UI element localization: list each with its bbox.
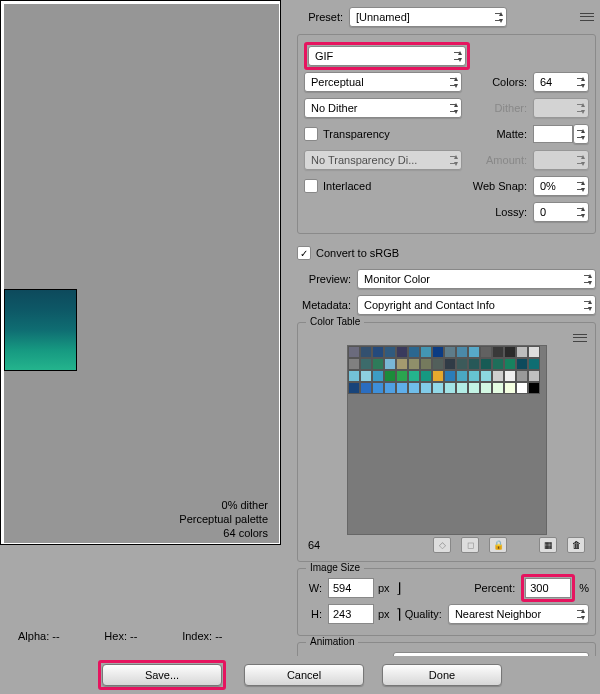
transparency-checkbox[interactable]: Transparency [304,127,390,141]
color-swatch[interactable] [468,370,480,382]
color-swatch[interactable] [444,370,456,382]
color-swatch[interactable] [432,382,444,394]
cancel-button[interactable]: Cancel [244,664,364,686]
ct-new-icon[interactable]: ▦ [539,537,557,553]
color-swatch[interactable] [528,358,540,370]
interlaced-checkbox[interactable]: Interlaced [304,179,371,193]
metadata-select[interactable]: Copyright and Contact Info▴▾ [357,295,596,315]
websnap-select[interactable]: 0%▴▾ [533,176,589,196]
color-swatch[interactable] [348,346,360,358]
height-input[interactable]: 243 [328,604,374,624]
color-swatch[interactable] [468,358,480,370]
canvas-frame: 0% dither Perceptual palette 64 colors [0,0,281,545]
color-swatch[interactable] [456,346,468,358]
trash-icon[interactable]: 🗑 [567,537,585,553]
color-swatch[interactable] [504,346,516,358]
color-swatch[interactable] [432,358,444,370]
color-swatch[interactable] [372,346,384,358]
color-swatch[interactable] [348,358,360,370]
color-swatch[interactable] [492,370,504,382]
percent-input[interactable]: 300 [525,578,571,598]
color-swatch[interactable] [360,346,372,358]
done-button[interactable]: Done [382,664,502,686]
color-swatch[interactable] [384,370,396,382]
color-swatch[interactable] [456,358,468,370]
color-swatch[interactable] [444,346,456,358]
color-swatch[interactable] [528,382,540,394]
color-swatch[interactable] [360,382,372,394]
dither-select[interactable]: No Dither▴▾ [304,98,462,118]
preset-select[interactable]: [Unnamed]▴▾ [349,7,507,27]
color-swatch[interactable] [420,346,432,358]
canvas[interactable] [4,4,279,543]
color-swatch[interactable] [396,370,408,382]
color-swatch[interactable] [492,358,504,370]
color-swatch[interactable] [360,370,372,382]
color-swatch[interactable] [408,382,420,394]
color-swatch[interactable] [408,370,420,382]
format-select[interactable]: GIF▴▾ [308,46,466,66]
color-swatch[interactable] [468,346,480,358]
w-label: W: [304,582,322,594]
link-icon-bottom[interactable]: ⌉ [396,606,401,622]
color-swatch[interactable] [444,382,456,394]
preview-image [4,289,77,371]
color-swatch[interactable] [348,370,360,382]
readout-index: Index: -- [182,630,222,642]
color-swatch[interactable] [360,358,372,370]
color-swatch[interactable] [516,370,528,382]
color-swatch[interactable] [516,358,528,370]
dither-amount-select: ▴▾ [533,98,589,118]
color-swatch[interactable] [348,382,360,394]
color-swatch[interactable] [420,382,432,394]
color-swatch[interactable] [420,370,432,382]
save-highlight: Save... [98,660,226,690]
matte-menu[interactable]: ▴▾ [573,124,589,144]
matte-swatch[interactable] [533,125,573,143]
width-input[interactable]: 594 [328,578,374,598]
color-swatch[interactable] [372,358,384,370]
color-swatch[interactable] [372,382,384,394]
color-swatch[interactable] [528,346,540,358]
color-swatch[interactable] [384,358,396,370]
color-swatch[interactable] [456,370,468,382]
color-swatch[interactable] [480,358,492,370]
quality-select[interactable]: Nearest Neighbor▴▾ [448,604,589,624]
color-swatch[interactable] [432,346,444,358]
color-swatch[interactable] [516,346,528,358]
color-swatch[interactable] [504,382,516,394]
color-swatch[interactable] [384,346,396,358]
color-swatch[interactable] [516,382,528,394]
color-swatch[interactable] [480,382,492,394]
preview-select[interactable]: Monitor Color▴▾ [357,269,596,289]
color-swatch[interactable] [396,346,408,358]
color-swatch[interactable] [492,382,504,394]
color-swatch[interactable] [492,346,504,358]
srgb-checkbox[interactable]: ✓Convert to sRGB [297,246,399,260]
color-swatch[interactable] [396,382,408,394]
color-swatch[interactable] [396,358,408,370]
color-swatch[interactable] [408,346,420,358]
color-swatch[interactable] [504,358,516,370]
color-table[interactable] [347,345,547,535]
colors-select[interactable]: 64▴▾ [533,72,589,92]
color-swatch[interactable] [480,346,492,358]
colors-label: Colors: [492,76,527,88]
lossy-select[interactable]: 0▴▾ [533,202,589,222]
color-swatch[interactable] [432,370,444,382]
color-swatch[interactable] [456,382,468,394]
panel-menu-icon[interactable] [578,10,596,24]
color-swatch[interactable] [480,370,492,382]
color-swatch[interactable] [372,370,384,382]
link-icon[interactable]: ⌋ [396,580,401,596]
save-button[interactable]: Save... [102,664,222,686]
color-swatch[interactable] [528,370,540,382]
color-swatch[interactable] [468,382,480,394]
color-swatch[interactable] [384,382,396,394]
color-reduction-select[interactable]: Perceptual▴▾ [304,72,462,92]
color-swatch[interactable] [444,358,456,370]
color-swatch[interactable] [420,358,432,370]
color-swatch[interactable] [408,358,420,370]
color-swatch[interactable] [504,370,516,382]
color-table-menu-icon[interactable] [571,331,589,345]
